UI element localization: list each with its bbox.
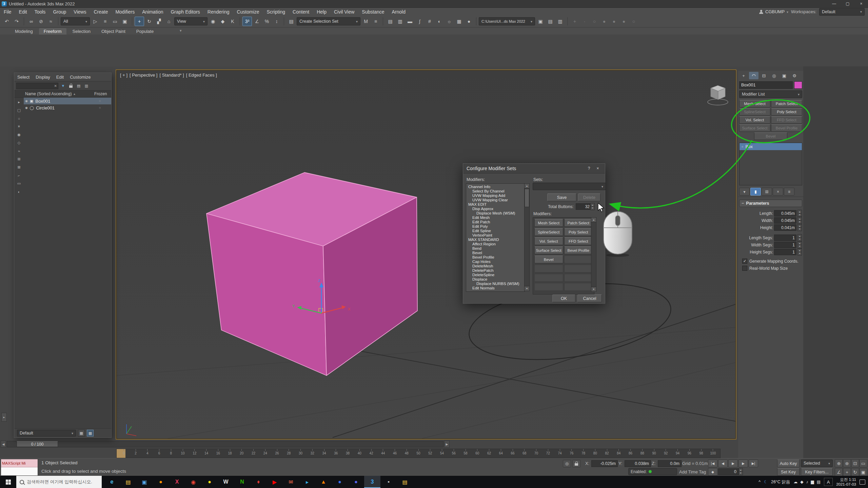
minimize-button[interactable]: — (827, 0, 841, 7)
help-icon[interactable]: ? (585, 165, 593, 172)
start-button[interactable] (0, 476, 16, 488)
modifier-list-item[interactable]: DeleteMesh (466, 264, 525, 268)
scene-object-row[interactable]: ◉ ◯ Circle001 ○ (24, 104, 111, 111)
modifier-list-item[interactable]: MAX STANDARD (466, 237, 525, 242)
modifier-list-item[interactable]: DeletePatch (466, 268, 525, 272)
naver-icon[interactable]: N (234, 476, 250, 488)
spinner-control[interactable] (797, 241, 802, 248)
viewport-menu-pov[interactable]: [ Perspective ] (130, 73, 157, 78)
menu-item[interactable]: Scripting (263, 8, 289, 16)
antivirus-tray-icon[interactable]: ◆ (800, 480, 803, 484)
spinner-control[interactable] (797, 224, 802, 231)
select-object-icon[interactable]: ▷ (91, 17, 100, 26)
scroll-down-icon[interactable]: ▼ (525, 286, 529, 291)
maximize-viewport-icon[interactable]: ▣ (859, 468, 867, 476)
rendered-frame-window-icon[interactable]: ▦ (454, 17, 464, 26)
dialog-title-bar[interactable]: Configure Modifier Sets ? × (463, 164, 605, 174)
key-mode-toggle-icon[interactable]: ◆ (708, 468, 717, 476)
modifier-list-item[interactable]: Displace Mesh (WSM) (466, 211, 525, 215)
modifier-slot-button[interactable]: Patch Select (564, 219, 593, 227)
modifier-list-item[interactable]: MAX EDIT (466, 202, 525, 206)
mirror-icon[interactable]: M (361, 17, 371, 26)
viewport-menu-style[interactable]: [ Edged Faces ] (186, 73, 217, 78)
chrome-icon[interactable]: ◉ (185, 476, 201, 488)
mail-icon[interactable]: ✉ (283, 476, 299, 488)
utilities-tab[interactable]: ⚙ (790, 72, 799, 79)
modifier-slot-button[interactable] (534, 274, 563, 282)
display-tab[interactable]: ▣ (780, 72, 789, 79)
edit-named-selection-sets-icon[interactable]: ▤ (287, 17, 296, 26)
time-slider-handle[interactable]: 0 / 100 (17, 441, 58, 447)
play-icon[interactable]: ▶ (728, 460, 738, 467)
modifier-slot-button[interactable] (564, 274, 593, 282)
modifier-list-item[interactable]: Cap Holes (466, 259, 525, 264)
toggle-layer-explorer-icon[interactable]: ▥ (395, 17, 405, 26)
render-setup-icon[interactable]: ☼ (445, 17, 454, 26)
workspace-dropdown[interactable]: Default (819, 8, 865, 16)
scroll-thumb[interactable] (525, 189, 529, 207)
menu-item[interactable]: Help (313, 8, 330, 16)
modifier-list-item[interactable]: Edit Patch (466, 220, 525, 224)
menu-item[interactable]: Group (49, 8, 70, 16)
explorer-xrefs-filter-icon[interactable]: ⊠ (15, 163, 23, 171)
explorer-cameras-filter-icon[interactable]: ◉ (15, 131, 23, 139)
filter-icon[interactable]: ▼ (60, 83, 66, 89)
select-and-link-icon[interactable]: ∞ (26, 17, 36, 26)
visibility-icon[interactable]: ◉ (25, 99, 28, 103)
wikipedia-icon[interactable]: W (218, 476, 234, 488)
cancel-button[interactable]: Cancel (577, 294, 602, 302)
explorer-list-view-icon[interactable]: ▤ (76, 83, 82, 89)
schematic-view-icon[interactable]: # (425, 17, 434, 26)
explorer-groups-filter-icon[interactable]: ⊞ (15, 155, 23, 163)
zoom-icon[interactable]: ⊕ (835, 459, 843, 467)
total-buttons-field[interactable]: 32 (576, 203, 591, 210)
parameter-value-field[interactable]: 1 (774, 249, 796, 255)
z-coordinate-field[interactable]: 0.0m (658, 460, 682, 467)
account-menu[interactable]: CGBUMP (759, 9, 788, 14)
configure-modifier-sets-icon[interactable]: ≡ (784, 188, 794, 196)
whale-icon[interactable]: ● (332, 476, 348, 488)
toolbar-extra-icon-6[interactable]: ● (619, 17, 629, 26)
menu-item[interactable]: Rendering (204, 8, 233, 16)
list-scrollbar[interactable]: ▲ ▼ (524, 183, 530, 291)
explorer-pick-icon[interactable]: ▸ (15, 98, 23, 106)
parameter-value-field[interactable]: 0.045m (774, 210, 796, 217)
modifier-list-item[interactable]: Edit Mesh (466, 215, 525, 220)
modifier-list-item[interactable]: Displace (466, 277, 525, 281)
explorer-menu-item[interactable]: Edit (53, 75, 67, 80)
modifier-button[interactable]: Patch Select (771, 100, 802, 107)
undo-icon[interactable]: ↶ (2, 17, 12, 26)
make-unique-icon[interactable]: ⊞ (762, 188, 772, 196)
align-icon[interactable]: ≡ (371, 17, 380, 26)
kakaotalk-icon[interactable]: ● (201, 476, 218, 488)
auto-key-button[interactable]: Auto Key (777, 460, 800, 467)
selection-lock-icon[interactable] (572, 460, 580, 467)
frozen-toggle-icon[interactable]: ○ (99, 106, 101, 109)
show-end-result-icon[interactable]: ▮ (750, 188, 761, 196)
create-tab[interactable]: + (739, 72, 748, 79)
pan-icon[interactable]: + (843, 468, 851, 476)
remove-modifier-icon[interactable]: × (773, 188, 783, 196)
viewport-menu-general[interactable]: [ + ] (120, 73, 127, 78)
keyboard-override-icon[interactable]: K (228, 17, 237, 26)
spinner-control[interactable] (797, 210, 802, 217)
spinner-control[interactable] (797, 234, 802, 241)
modifier-button[interactable]: Bevel Profile (771, 124, 802, 132)
rectangular-selection-region-icon[interactable]: ▭ (110, 17, 120, 26)
frozen-column-header[interactable]: Frozen (94, 92, 107, 96)
modifier-list-item[interactable]: Select By Channel (466, 189, 525, 193)
select-by-name-icon[interactable]: ≡ (100, 17, 110, 26)
modifier-list-item[interactable]: VertexPaint (466, 233, 525, 237)
xd-icon[interactable]: X (169, 476, 185, 488)
modifier-slot-button[interactable]: Vol. Select (534, 237, 563, 245)
parameter-value-field[interactable]: 0.041m (774, 224, 796, 231)
explorer-pin-icon[interactable]: ▩ (87, 430, 94, 436)
project-folder-dropdown[interactable]: C:\Users\UI...ds Max 2022 (479, 17, 535, 25)
action-center-icon[interactable] (860, 480, 865, 485)
explorer-containers-filter-icon[interactable]: ▭ (15, 180, 23, 187)
discord-icon[interactable]: ● (348, 476, 364, 488)
modifier-list-dropdown[interactable]: Modifier List (739, 90, 802, 98)
visibility-icon[interactable]: ◉ (25, 106, 28, 109)
zoom-all-icon[interactable]: ⊛ (843, 459, 851, 467)
parameters-rollout-header[interactable]: Parameters (739, 200, 802, 207)
